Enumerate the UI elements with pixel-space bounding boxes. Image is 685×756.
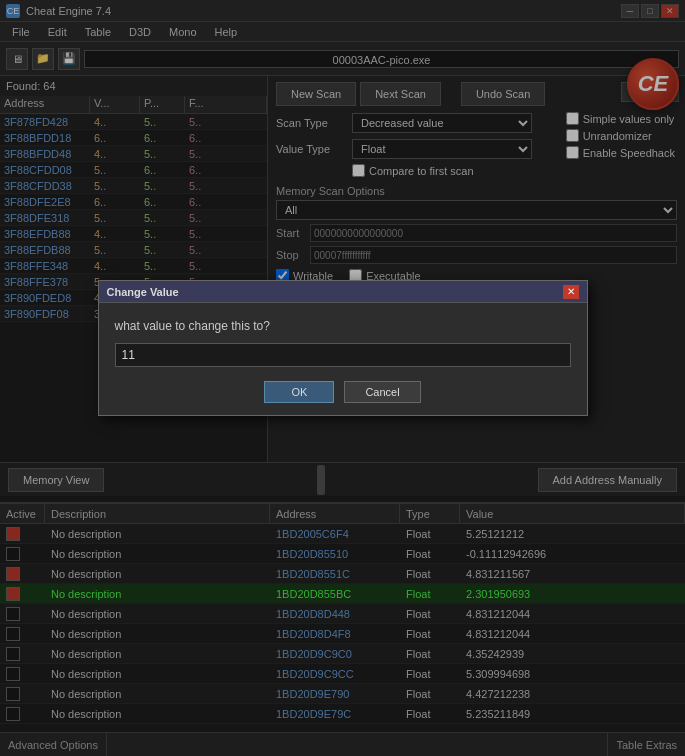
dialog-body: what value to change this to? OK Cancel [99,303,587,415]
change-value-input[interactable] [115,343,571,367]
dialog-close-button[interactable]: ✕ [563,285,579,299]
change-value-dialog: Change Value ✕ what value to change this… [98,280,588,416]
dialog-ok-button[interactable]: OK [264,381,334,403]
dialog-title: Change Value [107,286,179,298]
dialog-titlebar: Change Value ✕ [99,281,587,303]
dialog-overlay: Change Value ✕ what value to change this… [0,0,685,756]
dialog-cancel-button[interactable]: Cancel [344,381,420,403]
dialog-question: what value to change this to? [115,319,571,333]
dialog-buttons: OK Cancel [115,381,571,403]
